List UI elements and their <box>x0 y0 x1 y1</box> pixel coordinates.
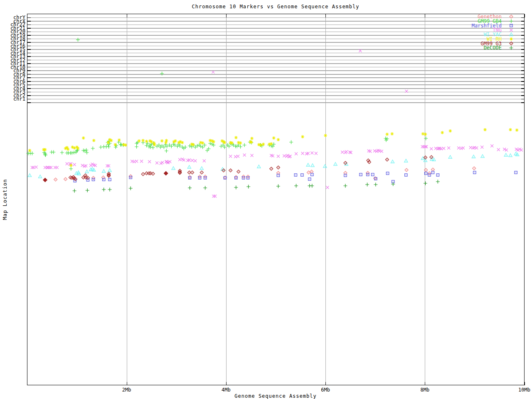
svg-text:6Mb: 6Mb <box>321 387 330 393</box>
svg-text:8Mb: 8Mb <box>420 387 429 393</box>
svg-text:10Mb: 10Mb <box>518 387 530 393</box>
vertical-gridlines <box>127 14 425 385</box>
series-genethon <box>54 167 476 181</box>
svg-text:DeCODE: DeCODE <box>484 45 502 51</box>
chromosome-labels: chrYchrXchr22chr21chr20chr19chr18chr17ch… <box>10 15 26 102</box>
series-decode <box>73 180 440 193</box>
series-marshfield <box>74 171 517 183</box>
svg-text:2Mb: 2Mb <box>122 387 131 393</box>
series-wi-yac <box>28 152 519 178</box>
svg-text:4Mb: 4Mb <box>222 387 231 393</box>
plot-border <box>27 14 525 385</box>
svg-text:chr1: chr1 <box>13 96 25 102</box>
chart-screenshot: Chromosome 10 Markers vs Genome Sequence… <box>0 0 532 399</box>
scatter-plot: chrYchrXchr22chr21chr20chr19chr18chr17ch… <box>0 0 532 399</box>
legend: GenethonGM99 GB4MarshfieldTNGWI YACWI RH… <box>472 14 513 51</box>
legend-item-marshfield: Marshfield <box>472 23 512 29</box>
chromosome-gridlines <box>27 17 525 103</box>
